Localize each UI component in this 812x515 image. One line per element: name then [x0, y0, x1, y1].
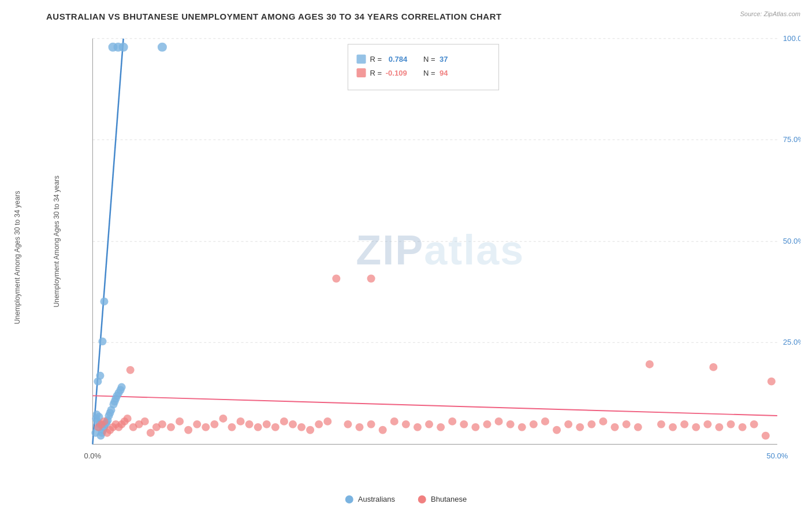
svg-text:50.0%: 50.0% — [766, 451, 788, 460]
svg-text:50.0%: 50.0% — [783, 237, 800, 245]
svg-point-122 — [623, 420, 631, 428]
australians-dot — [345, 495, 353, 503]
legend-item-australians: Australians — [345, 495, 395, 503]
svg-point-100 — [367, 420, 375, 428]
svg-point-87 — [254, 423, 262, 431]
svg-point-136 — [768, 378, 776, 386]
svg-text:-0.109: -0.109 — [386, 69, 407, 77]
svg-point-133 — [739, 423, 747, 431]
svg-point-92 — [297, 423, 306, 431]
source-label: Source: ZipAtlas.com — [740, 10, 800, 17]
svg-point-134 — [750, 420, 758, 428]
svg-text:0.784: 0.784 — [389, 55, 408, 64]
svg-text:25.0%: 25.0% — [783, 338, 800, 346]
svg-point-91 — [289, 420, 297, 428]
svg-text:N =: N = — [423, 55, 435, 64]
svg-point-76 — [158, 420, 166, 428]
svg-point-119 — [587, 420, 595, 428]
svg-point-51 — [158, 43, 167, 52]
svg-point-110 — [483, 420, 491, 428]
svg-point-103 — [402, 420, 410, 428]
svg-point-50 — [119, 43, 128, 52]
australians-label: Australians — [358, 495, 395, 503]
svg-point-81 — [202, 423, 210, 431]
svg-point-98 — [344, 420, 352, 428]
svg-rect-15 — [356, 55, 366, 64]
svg-point-72 — [141, 417, 149, 426]
svg-point-73 — [147, 429, 155, 437]
svg-text:R =: R = — [370, 55, 382, 64]
svg-point-116 — [553, 426, 561, 434]
svg-point-80 — [193, 420, 201, 428]
svg-point-111 — [495, 417, 503, 426]
svg-point-61 — [100, 417, 108, 426]
legend-item-bhutanese: Bhutanese — [418, 495, 467, 503]
svg-point-104 — [414, 423, 422, 431]
svg-point-127 — [669, 423, 677, 431]
svg-point-108 — [460, 420, 468, 428]
chart-container: AUSTRALIAN VS BHUTANESE UNEMPLOYMENT AMO… — [0, 0, 812, 515]
svg-point-125 — [709, 363, 717, 371]
svg-point-95 — [323, 417, 331, 426]
y-axis-label: Unemployment Among Ages 30 to 34 years — [13, 171, 21, 344]
svg-text:0.0%: 0.0% — [84, 451, 101, 460]
svg-point-120 — [599, 417, 607, 426]
svg-point-77 — [167, 423, 175, 431]
chart-title: AUSTRALIAN VS BHUTANESE UNEMPLOYMENT AMO… — [46, 12, 800, 21]
svg-point-129 — [692, 423, 700, 431]
svg-point-114 — [530, 420, 538, 428]
svg-point-118 — [576, 423, 584, 431]
scatter-plot: .grid-line { stroke: #e0e0e0; stroke-wid… — [46, 27, 800, 473]
svg-point-131 — [715, 423, 723, 431]
svg-text:75.0%: 75.0% — [783, 135, 800, 144]
svg-point-102 — [390, 417, 398, 426]
bhutanese-label: Bhutanese — [431, 495, 467, 503]
svg-point-105 — [425, 420, 433, 428]
svg-point-33 — [92, 410, 100, 419]
svg-point-90 — [280, 417, 288, 426]
svg-point-132 — [727, 420, 735, 428]
svg-text:Unemployment Among Ages 30 to : Unemployment Among Ages 30 to 34 years — [53, 176, 61, 307]
svg-text:R =: R = — [370, 69, 382, 77]
svg-point-78 — [176, 417, 184, 426]
svg-text:N =: N = — [423, 69, 435, 77]
svg-point-99 — [355, 423, 363, 431]
svg-point-121 — [610, 423, 619, 431]
legend-container: Australians Bhutanese — [345, 495, 467, 503]
svg-point-89 — [271, 423, 280, 431]
svg-point-124 — [646, 360, 654, 368]
svg-point-115 — [541, 417, 549, 426]
svg-point-82 — [210, 420, 218, 428]
svg-point-112 — [506, 420, 515, 428]
svg-point-123 — [634, 423, 642, 431]
svg-point-58 — [118, 383, 126, 391]
svg-point-97 — [367, 275, 375, 283]
svg-point-86 — [245, 420, 254, 428]
svg-text:37: 37 — [439, 55, 448, 64]
svg-point-96 — [332, 275, 340, 283]
svg-point-69 — [124, 415, 132, 423]
svg-text:94: 94 — [439, 69, 448, 77]
svg-point-83 — [219, 415, 227, 423]
svg-point-88 — [263, 420, 271, 428]
svg-line-26 — [92, 395, 777, 416]
svg-point-117 — [564, 420, 572, 428]
svg-point-42 — [100, 297, 108, 305]
svg-point-130 — [703, 420, 712, 428]
svg-point-109 — [471, 423, 479, 431]
svg-point-41 — [98, 337, 106, 345]
svg-point-128 — [680, 420, 688, 428]
svg-rect-14 — [348, 44, 498, 90]
svg-point-94 — [315, 420, 323, 428]
bhutanese-dot — [418, 495, 426, 503]
svg-point-75 — [126, 366, 135, 374]
svg-point-85 — [237, 417, 245, 426]
svg-point-107 — [448, 417, 456, 426]
svg-rect-20 — [356, 68, 366, 77]
svg-point-84 — [228, 423, 236, 431]
svg-point-135 — [762, 432, 770, 440]
svg-point-79 — [184, 426, 192, 434]
svg-point-106 — [437, 423, 445, 431]
svg-point-126 — [657, 420, 665, 428]
svg-point-93 — [306, 426, 314, 434]
